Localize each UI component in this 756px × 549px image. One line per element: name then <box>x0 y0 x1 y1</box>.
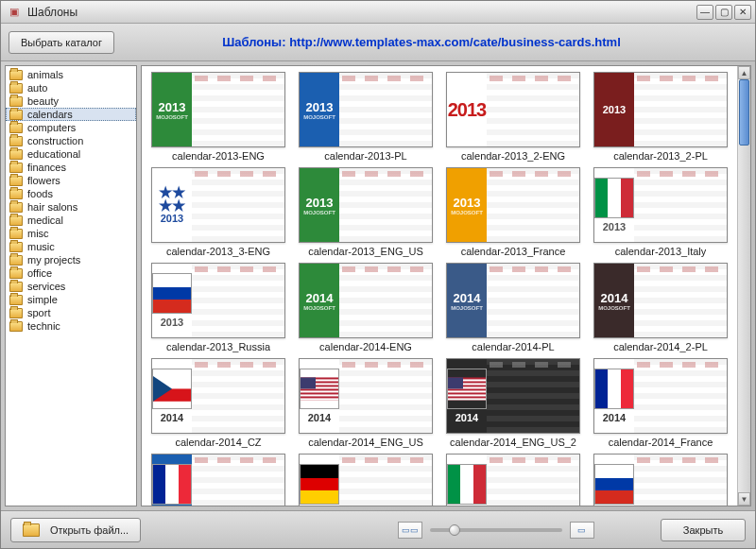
template-thumb[interactable]: 2014 <box>590 454 731 506</box>
open-file-label: Открыть файл... <box>50 524 129 536</box>
template-thumb[interactable]: 2013calendar-2013_2-PL <box>590 72 731 162</box>
thumb-label: calendar-2014-ENG <box>319 341 412 352</box>
thumbnail-grid[interactable]: 2013MOJOSOFTcalendar-2013-ENG2013MOJOSOF… <box>142 66 737 506</box>
template-thumb[interactable]: 2014calendar-2014_ENG_US_2 <box>442 358 584 448</box>
folder-tree[interactable]: animalsautobeautycalendarscomputersconst… <box>5 65 137 506</box>
topbar: Выбрать каталог Шаблоны: http://www.temp… <box>1 24 755 61</box>
sidebar-item-computers[interactable]: computers <box>6 121 136 134</box>
sidebar-item-office[interactable]: office <box>6 266 136 280</box>
sidebar-item-my-projects[interactable]: my projects <box>6 253 136 266</box>
scroll-track[interactable] <box>738 79 750 492</box>
sidebar-item-simple[interactable]: simple <box>6 293 136 306</box>
zoom-small-icon[interactable]: ▭▭ <box>398 522 422 539</box>
template-thumb[interactable]: 2013calendar-2013_Russia <box>147 263 289 352</box>
sidebar-item-beauty[interactable]: beauty <box>6 94 136 108</box>
sidebar-item-finances[interactable]: finances <box>6 161 136 174</box>
thumb-calendar-grid <box>487 359 579 433</box>
sidebar-item-foods[interactable]: foods <box>6 187 136 200</box>
sidebar-item-label: music <box>27 241 55 252</box>
thumb-band: 2014 <box>300 359 339 433</box>
thumb-image: 2014 <box>151 358 285 434</box>
template-thumb[interactable]: 2013MOJOSOFTcalendar-2013_ENG_US <box>295 167 437 257</box>
select-catalog-button[interactable]: Выбрать каталог <box>9 31 114 54</box>
thumb-year: 2014 <box>601 291 628 305</box>
svg-rect-17 <box>448 398 486 400</box>
thumb-label: calendar-2013_Italy <box>615 246 707 257</box>
sidebar-item-music[interactable]: music <box>6 240 136 253</box>
sidebar-item-services[interactable]: services <box>6 280 136 293</box>
sidebar-item-misc[interactable]: misc <box>6 227 136 240</box>
gallery-scrollbar[interactable]: ▲ ▼ <box>737 66 750 506</box>
thumb-label: calendar-2014-PL <box>472 341 554 352</box>
thumb-image: 2014 <box>593 358 728 434</box>
template-thumb[interactable]: 2014MOJOSOFTcalendar-2014-ENG <box>295 263 437 352</box>
sidebar-item-educational[interactable]: educational <box>6 147 136 161</box>
close-button[interactable]: Закрыть <box>661 519 746 541</box>
sidebar-item-flowers[interactable]: flowers <box>6 174 136 187</box>
maximize-button[interactable]: ▢ <box>715 5 732 20</box>
sidebar-item-sport[interactable]: sport <box>6 306 136 319</box>
thumb-calendar-grid <box>487 455 579 506</box>
thumb-image: 2014MOJOSOFT <box>593 263 728 338</box>
thumb-year: 2014 <box>306 291 334 305</box>
link-prefix: Шаблоны: <box>222 35 289 49</box>
window-title: Шаблоны <box>27 6 696 19</box>
scroll-up-arrow[interactable]: ▲ <box>738 66 750 79</box>
sidebar-item-label: my projects <box>27 254 80 266</box>
sidebar-item-animals[interactable]: animals <box>6 68 136 81</box>
template-thumb[interactable]: 2014 <box>147 454 289 506</box>
close-window-button[interactable]: ✕ <box>734 5 751 20</box>
scroll-handle[interactable] <box>739 79 749 146</box>
sidebar-item-technic[interactable]: technic <box>6 319 136 333</box>
sidebar-item-hair-salons[interactable]: hair salons <box>6 200 136 214</box>
folder-icon <box>9 136 23 146</box>
thumb-calendar-grid <box>487 73 579 146</box>
open-file-button[interactable]: Открыть файл... <box>10 518 141 542</box>
templates-link[interactable]: Шаблоны: http://www.templates-max.com/ca… <box>114 35 747 49</box>
minimize-button[interactable]: — <box>696 5 713 20</box>
thumb-band: 2014 <box>300 455 339 506</box>
sidebar-item-label: auto <box>27 82 47 94</box>
template-thumb[interactable]: 2014calendar-2014_ENG_US <box>295 358 437 448</box>
sidebar-item-construction[interactable]: construction <box>6 134 136 147</box>
sidebar-item-label: animals <box>27 69 63 80</box>
thumb-year: 2014 <box>308 412 331 423</box>
template-thumb[interactable]: 2014calendar-2014_CZ <box>147 358 289 448</box>
thumb-calendar-grid <box>487 264 579 337</box>
scroll-down-arrow[interactable]: ▼ <box>738 492 750 506</box>
template-thumb[interactable]: 2013calendar-2013_Italy <box>590 167 731 257</box>
template-thumb[interactable]: 2013calendar-2013_2-ENG <box>442 72 584 162</box>
thumb-calendar-grid <box>339 168 432 242</box>
sidebar-item-label: flowers <box>27 175 60 186</box>
thumb-band: 2014 <box>594 455 634 506</box>
thumb-year: 2014 <box>603 412 626 423</box>
template-thumb[interactable]: 2014 <box>295 454 437 506</box>
sidebar-item-auto[interactable]: auto <box>6 81 136 94</box>
zoom-large-icon[interactable]: ▭ <box>570 522 594 539</box>
template-thumb[interactable]: 2013MOJOSOFTcalendar-2013_France <box>442 167 584 257</box>
sidebar-item-label: misc <box>27 228 49 239</box>
svg-rect-15 <box>448 390 486 392</box>
thumb-label: calendar-2013_France <box>461 246 566 257</box>
zoom-slider-knob[interactable] <box>449 524 460 536</box>
template-thumb[interactable]: 2014 <box>442 454 584 506</box>
template-thumb[interactable]: 2014MOJOSOFTcalendar-2014_2-PL <box>590 263 731 352</box>
template-thumb[interactable]: 2013MOJOSOFTcalendar-2013-ENG <box>147 72 289 162</box>
thumb-band: 2014MOJOSOFT <box>594 264 634 337</box>
sidebar-item-label: technic <box>27 320 60 332</box>
sidebar-item-medical[interactable]: medical <box>6 214 136 227</box>
svg-rect-18 <box>448 377 463 388</box>
thumb-year: 2013 <box>306 196 334 210</box>
template-thumb[interactable]: ★★★★2013calendar-2013_3-ENG <box>147 167 289 257</box>
template-thumb[interactable]: 2014MOJOSOFTcalendar-2014-PL <box>442 263 584 352</box>
template-thumb[interactable]: 2014calendar-2014_France <box>590 358 731 448</box>
thumb-band: 2014 <box>447 455 487 506</box>
folder-icon <box>9 189 23 199</box>
zoom-slider[interactable] <box>430 528 562 532</box>
thumb-image: 2014 <box>151 454 285 506</box>
thumb-calendar-grid <box>339 359 432 433</box>
template-thumb[interactable]: 2013MOJOSOFTcalendar-2013-PL <box>295 72 437 162</box>
sidebar-item-calendars[interactable]: calendars <box>6 108 136 121</box>
thumb-calendar-grid <box>634 359 727 433</box>
folder-icon <box>9 215 23 226</box>
